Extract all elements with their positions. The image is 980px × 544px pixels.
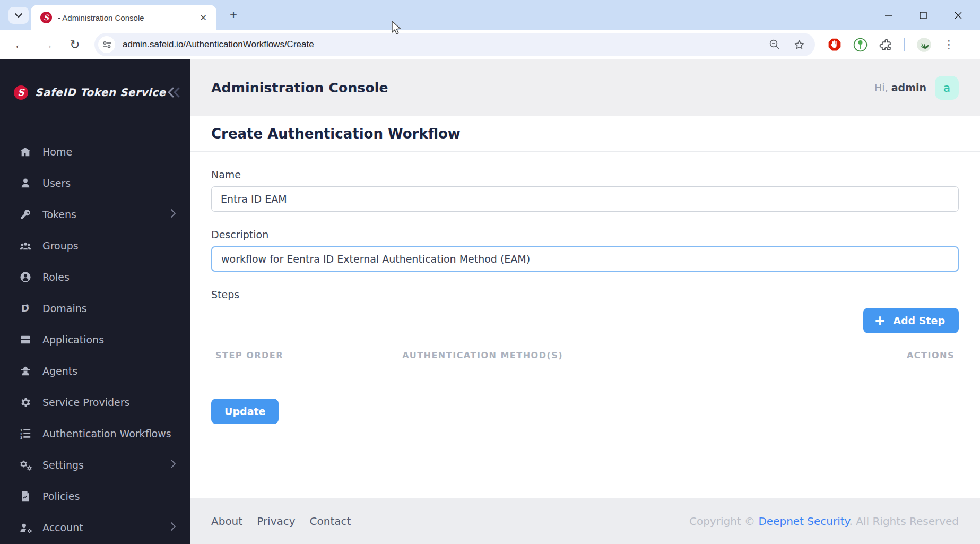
minimize-icon bbox=[884, 11, 892, 19]
browser-window: S - Administration Console ✕ + ← → ↻ bbox=[0, 0, 980, 544]
column-header-authentication-methods: AUTHENTICATION METHOD(S) bbox=[398, 342, 809, 368]
copyright: Copyright © Deepnet Security. All Rights… bbox=[689, 515, 959, 528]
tab-close-icon[interactable]: ✕ bbox=[198, 12, 209, 24]
description-label: Description bbox=[211, 229, 959, 240]
copyright-suffix: . All Rights Reserved bbox=[849, 515, 959, 528]
domain-icon: D bbox=[19, 302, 32, 315]
sidebar-item-home[interactable]: Home bbox=[0, 136, 190, 167]
user-icon bbox=[19, 177, 32, 189]
address-bar[interactable]: admin.safeid.io/AuthenticationWorkflows/… bbox=[94, 33, 815, 56]
chevron-right-icon bbox=[170, 459, 176, 471]
sidebar-item-label: Policies bbox=[42, 490, 80, 502]
sidebar-item-service-providers[interactable]: Service Providers bbox=[0, 386, 190, 418]
window-controls bbox=[871, 0, 976, 30]
policy-document-icon bbox=[19, 490, 32, 503]
description-input[interactable] bbox=[211, 246, 959, 272]
page-title: Create Authentication Workflow bbox=[211, 126, 461, 142]
sidebar-item-policies[interactable]: Policies bbox=[0, 480, 190, 512]
sidebar-item-label: Users bbox=[42, 177, 71, 189]
sidebar-item-authentication-workflows[interactable]: 123 Authentication Workflows bbox=[0, 418, 190, 449]
home-icon bbox=[19, 145, 32, 158]
copyright-link[interactable]: Deepnet Security bbox=[758, 515, 849, 528]
update-button[interactable]: Update bbox=[211, 399, 279, 424]
browser-tab[interactable]: S - Administration Console ✕ bbox=[31, 5, 216, 30]
sidebar-item-applications[interactable]: Applications bbox=[0, 324, 190, 355]
add-step-button[interactable]: +Add Step bbox=[863, 308, 959, 333]
sidebar-item-account[interactable]: Account bbox=[0, 512, 190, 543]
sidebar-item-roles[interactable]: Roles bbox=[0, 261, 190, 292]
sidebar-item-agents[interactable]: Agents bbox=[0, 355, 190, 386]
sidebar-item-label: Authentication Workflows bbox=[42, 428, 171, 439]
add-step-label: Add Step bbox=[893, 315, 945, 326]
user-avatar[interactable]: a bbox=[935, 76, 959, 100]
svg-text:3: 3 bbox=[20, 435, 22, 439]
keepass-extension-icon[interactable] bbox=[853, 38, 868, 52]
zoom-out-icon[interactable] bbox=[769, 39, 780, 50]
greeting-prefix: Hi, bbox=[874, 82, 891, 93]
app-title: Administration Console bbox=[211, 80, 388, 96]
sidebar-item-label: Settings bbox=[42, 459, 84, 471]
app-header: Administration Console Hi, admin a bbox=[190, 59, 980, 116]
sidebar-item-label: Domains bbox=[42, 303, 87, 314]
app-frame: S SafeID Token Service Home bbox=[0, 59, 980, 544]
browser-menu-button[interactable]: ⋮ bbox=[943, 38, 955, 51]
main-area: Administration Console Hi, admin a Creat… bbox=[190, 59, 980, 544]
table-row bbox=[211, 368, 959, 379]
sidebar-item-settings[interactable]: Settings bbox=[0, 449, 190, 480]
sidebar: S SafeID Token Service Home bbox=[0, 59, 190, 544]
close-window-button[interactable] bbox=[941, 0, 976, 30]
tab-search-button[interactable] bbox=[8, 7, 29, 24]
sidebar-item-label: Applications bbox=[42, 334, 104, 346]
adblock-extension-icon[interactable] bbox=[828, 38, 842, 51]
reload-button[interactable]: ↻ bbox=[66, 36, 84, 54]
tab-title: - Administration Console bbox=[58, 13, 144, 22]
new-tab-button[interactable]: + bbox=[225, 6, 242, 23]
sidebar-item-users[interactable]: Users bbox=[0, 167, 190, 198]
footer: About Privacy Contact Copyright © Deepne… bbox=[190, 498, 980, 544]
url-text[interactable]: admin.safeid.io/AuthenticationWorkflows/… bbox=[123, 39, 314, 50]
sidebar-item-label: Roles bbox=[42, 271, 70, 283]
toolbar-separator bbox=[904, 38, 905, 51]
forward-button[interactable]: → bbox=[38, 36, 56, 54]
minimize-button[interactable] bbox=[871, 0, 906, 30]
profile-avatar-icon[interactable] bbox=[916, 37, 932, 53]
group-icon bbox=[19, 239, 32, 252]
application-window-icon bbox=[19, 333, 32, 346]
sidebar-item-label: Home bbox=[42, 146, 72, 158]
browser-toolbar: ← → ↻ admin.safeid.io/AuthenticationWork… bbox=[0, 30, 980, 59]
column-header-step-order: STEP ORDER bbox=[211, 342, 398, 368]
chevron-right-icon bbox=[170, 209, 176, 220]
sidebar-nav: Home Users Tokens bbox=[0, 136, 190, 543]
workflow-form: Name Description Steps +Add Step STEP OR… bbox=[190, 169, 980, 379]
steps-label: Steps bbox=[211, 289, 959, 300]
gears-icon bbox=[19, 459, 32, 471]
bookmark-star-icon[interactable] bbox=[793, 39, 805, 51]
username: admin bbox=[891, 82, 926, 93]
key-icon bbox=[19, 208, 32, 221]
sidebar-item-label: Tokens bbox=[42, 209, 76, 220]
copyright-prefix: Copyright © bbox=[689, 515, 758, 528]
sidebar-item-tokens[interactable]: Tokens bbox=[0, 198, 190, 230]
footer-links: About Privacy Contact bbox=[211, 515, 351, 528]
add-step-row: +Add Step bbox=[211, 308, 959, 333]
column-header-actions: ACTIONS bbox=[809, 342, 959, 368]
svg-text:D: D bbox=[21, 303, 29, 314]
page-head: Create Authentication Workflow bbox=[190, 116, 980, 152]
footer-link-contact[interactable]: Contact bbox=[310, 515, 351, 528]
footer-link-about[interactable]: About bbox=[211, 515, 242, 528]
sidebar-item-domains[interactable]: D Domains bbox=[0, 292, 190, 324]
back-button[interactable]: ← bbox=[11, 36, 29, 54]
sidebar-item-label: Account bbox=[42, 522, 83, 533]
maximize-button[interactable] bbox=[906, 0, 941, 30]
greeting: Hi, admin bbox=[874, 82, 926, 93]
plus-icon: + bbox=[874, 314, 886, 327]
account-gear-icon bbox=[19, 521, 32, 534]
extensions-puzzle-icon[interactable] bbox=[879, 38, 892, 51]
sidebar-item-groups[interactable]: Groups bbox=[0, 230, 190, 261]
steps-table: STEP ORDER AUTHENTICATION METHOD(S) ACTI… bbox=[211, 342, 959, 379]
site-settings-button[interactable] bbox=[98, 36, 115, 53]
sidebar-collapse-button[interactable] bbox=[166, 87, 182, 98]
tune-icon bbox=[102, 40, 111, 49]
name-input[interactable] bbox=[211, 186, 959, 212]
footer-link-privacy[interactable]: Privacy bbox=[257, 515, 295, 528]
